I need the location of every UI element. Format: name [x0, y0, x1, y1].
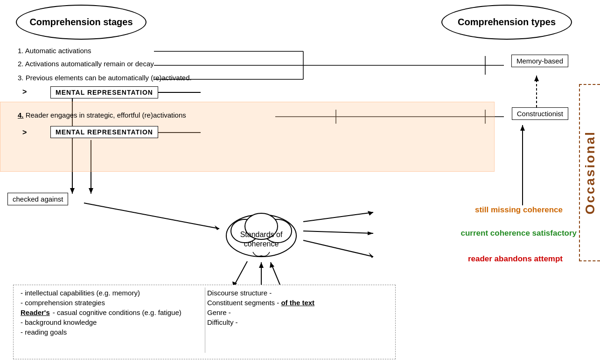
divider-line — [205, 287, 205, 353]
svg-marker-21 — [215, 225, 219, 230]
svg-text:coherence: coherence — [244, 240, 279, 248]
svg-marker-27 — [369, 252, 373, 258]
svg-marker-31 — [534, 76, 539, 81]
bottom-right-item-4: Difficulty - — [207, 318, 314, 326]
outcome-satisfactory: current coherence satisfactory — [461, 229, 577, 238]
svg-marker-23 — [368, 211, 373, 216]
diagram-container: Comprehension stages Comprehension types… — [0, 0, 600, 364]
bottom-right-column: Discourse structure - Constituent segmen… — [207, 289, 314, 326]
svg-line-20 — [84, 203, 219, 229]
bottom-right-item-2: Constituent segments - of the text — [207, 299, 314, 307]
stage-item-1: 1. Automatic activations — [18, 47, 91, 55]
bottom-right-item-1: Discourse structure - — [207, 289, 314, 297]
comprehension-stages-oval: Comprehension stages — [16, 5, 147, 40]
svg-text:Standards of: Standards of — [240, 231, 283, 238]
arrow-indicator-2: > — [22, 128, 27, 137]
comprehension-stages-label: Comprehension stages — [29, 17, 133, 28]
svg-line-24 — [303, 231, 373, 233]
svg-line-22 — [303, 212, 373, 222]
memory-based-box: Memory-based — [511, 55, 568, 67]
checked-against-box: checked against — [7, 193, 68, 205]
arrow-indicator-1: > — [22, 88, 27, 96]
stage-item-3: 3. Previous elements can be automaticall… — [18, 74, 192, 82]
occasional-text-container: Occasional — [579, 84, 600, 261]
readers-label: Reader's — [21, 308, 50, 316]
svg-marker-29 — [520, 125, 525, 131]
occasional-label: Occasional — [583, 131, 598, 214]
mental-rep-box-1: MENTAL REPRESENTATION — [50, 86, 158, 98]
bottom-left-item-3-row: Reader's - casual cognitive conditions (… — [21, 308, 181, 316]
outcome-abandons: reader abandons attempt — [468, 254, 563, 264]
bottom-left-item-4: - background knowledge — [21, 318, 181, 326]
mental-rep-box-2: MENTAL REPRESENTATION — [50, 126, 158, 138]
bottom-left-item-2: - comprehension strategies — [21, 299, 181, 307]
svg-marker-17 — [70, 188, 75, 194]
stage-item-2: 2. Activations automatically remain or d… — [18, 60, 154, 68]
svg-line-26 — [303, 240, 373, 257]
svg-marker-19 — [89, 188, 93, 194]
stage-item-4: 4. Reader engages in strategic, effortfu… — [18, 111, 186, 119]
bottom-box: - intellectual capabilities (e.g. memory… — [13, 285, 396, 359]
constructionist-box: Constructionist — [512, 107, 568, 120]
standards-of-coherence-cloud: Standards of coherence — [219, 205, 303, 261]
of-text-label: of the text — [281, 299, 314, 307]
svg-marker-25 — [368, 231, 373, 235]
comprehension-types-oval: Comprehension types — [441, 5, 572, 40]
bottom-left-column: - intellectual capabilities (e.g. memory… — [21, 289, 181, 336]
bottom-left-item-1: - intellectual capabilities (e.g. memory… — [21, 289, 181, 297]
outcome-still-missing: still missing coherence — [475, 205, 563, 215]
bottom-right-item-3: Genre - — [207, 308, 314, 316]
bottom-left-item-5: - reading goals — [21, 328, 181, 336]
comprehension-types-label: Comprehension types — [458, 17, 556, 28]
